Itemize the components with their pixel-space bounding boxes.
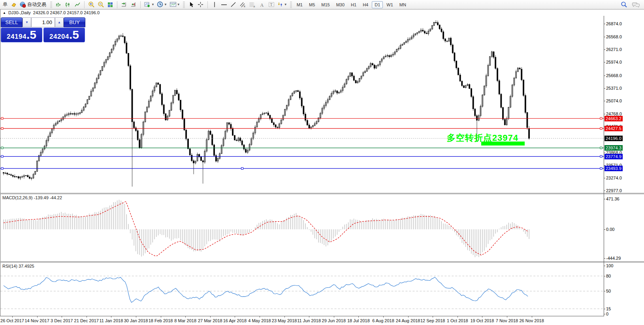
price-level-badge: 24663.2 <box>604 116 623 121</box>
toolbar-grip <box>183 2 185 8</box>
equidistant-channel-icon[interactable]: E <box>239 1 247 9</box>
chart-shift-icon[interactable] <box>129 1 138 9</box>
macd-histogram <box>4 200 529 257</box>
date-label: 12 Sep 2018 <box>420 318 445 323</box>
trendline-icon[interactable] <box>229 1 238 9</box>
date-tick <box>408 316 409 317</box>
autotrading-label: 自动交易 <box>26 1 47 8</box>
dropdown-arrow-icon: ▼ <box>164 3 167 6</box>
price-axis-label: 22977.0 <box>606 188 622 193</box>
text-label-icon[interactable]: T <box>267 1 276 9</box>
sell-price-button[interactable]: 24194 .5 <box>1 28 42 42</box>
date-label: 18 Feb 2018 <box>149 318 173 323</box>
tile-windows-icon[interactable] <box>106 1 115 9</box>
chart-window-titlebar[interactable]: ▲ DJ30-,Daily 24326.0 24367.0 24157.0 24… <box>0 9 644 16</box>
arrows-icon[interactable]: ▼ <box>277 1 288 9</box>
timeframe-bar: M1M5M15M30H1H4D1W1MN <box>294 1 409 8</box>
zoom-out-icon[interactable] <box>96 1 105 9</box>
new-order-icon[interactable] <box>9 1 18 9</box>
autotrading-button[interactable]: 自动交易 <box>19 1 48 9</box>
candlestick-series <box>3 20 529 187</box>
zoom-in-icon[interactable] <box>87 1 96 9</box>
search-icon[interactable] <box>620 1 628 9</box>
rsi-axis-label: 0 <box>606 312 608 316</box>
date-tick <box>235 316 235 317</box>
timeframe-button-d1[interactable]: D1 <box>372 1 383 8</box>
auto-scroll-icon[interactable] <box>120 1 128 9</box>
date-tick <box>334 316 334 317</box>
vertical-line-icon[interactable] <box>210 1 219 9</box>
fibonacci-icon[interactable]: F <box>248 1 257 9</box>
date-tick <box>87 316 87 317</box>
order-label[interactable]: 单 <box>2 1 9 8</box>
line-chart-icon[interactable] <box>73 1 82 9</box>
rsi-axis-tick <box>604 291 605 291</box>
one-click-trading-panel: SELL ▼ 1.00 ▲ BUY 24194 .5 24204 .5 <box>1 17 85 42</box>
dropdown-arrow-icon: ▼ <box>151 3 154 6</box>
date-tick <box>482 316 482 317</box>
volume-increase-button[interactable]: ▲ <box>55 17 64 27</box>
price-axis-tick <box>604 24 605 24</box>
crosshair-icon[interactable] <box>196 1 205 9</box>
timeframe-button-m5[interactable]: M5 <box>306 1 318 8</box>
price-axis-tick <box>604 191 605 191</box>
rsi-label: RSI(14) 37.4925 <box>2 264 34 268</box>
date-label: 14 Nov 2017 <box>24 318 49 323</box>
text-icon[interactable]: A <box>258 1 266 9</box>
timeframe-button-m1[interactable]: M1 <box>294 1 305 8</box>
timeframe-button-w1[interactable]: W1 <box>384 1 396 8</box>
date-tick <box>111 316 111 317</box>
toolbar-separator <box>84 1 85 8</box>
timeframe-button-h1[interactable]: H1 <box>348 1 359 8</box>
timeframe-button-m15[interactable]: M15 <box>318 1 332 8</box>
candlestick-icon[interactable] <box>64 1 72 9</box>
price-axis-label: 23274.0 <box>606 176 622 180</box>
collapse-icon[interactable]: ▲ <box>3 11 6 15</box>
rsi-line <box>4 277 528 302</box>
price-level-badge: 23774.9 <box>604 154 623 159</box>
macd-pane[interactable] <box>0 194 604 261</box>
price-axis-label: 25668.0 <box>606 73 622 78</box>
buy-price-button[interactable]: 24204 .5 <box>43 28 85 42</box>
date-tick <box>532 316 532 317</box>
bar-chart-icon[interactable] <box>54 1 63 9</box>
dropdown-arrow-icon: ▼ <box>284 3 287 6</box>
price-chart-pane[interactable] <box>0 16 604 193</box>
add-indicator-button[interactable]: ▼ <box>143 1 155 9</box>
price-axis-border[interactable] <box>604 16 604 316</box>
timeframe-button-m30[interactable]: M30 <box>333 1 347 8</box>
date-tick <box>507 316 507 317</box>
volume-decrease-button[interactable]: ▼ <box>23 17 31 27</box>
volume-input[interactable]: 1.00 <box>31 17 55 27</box>
timeframe-button-mn[interactable]: MN <box>397 1 409 8</box>
buy-button[interactable]: BUY <box>64 17 85 27</box>
horizontal-line-icon[interactable] <box>220 1 228 9</box>
sell-button[interactable]: SELL <box>1 17 23 27</box>
rsi-axis-label: 80 <box>606 274 611 278</box>
price-axis-tick <box>604 178 605 178</box>
price-axis-label: 26271.0 <box>606 47 622 52</box>
date-tick <box>284 316 285 317</box>
svg-text:T: T <box>270 2 272 7</box>
toolbar-separator <box>140 1 141 8</box>
date-label: 11 Jun 2018 <box>297 318 321 323</box>
date-tick <box>12 316 13 317</box>
date-tick <box>185 316 186 317</box>
date-tick <box>358 316 359 317</box>
date-label: 26 Oct 2017 <box>0 318 24 323</box>
date-label: 11 Jan 2018 <box>100 318 123 323</box>
time-axis-line <box>0 316 604 316</box>
timeframe-button-h4[interactable]: H4 <box>360 1 371 8</box>
chat-icon[interactable] <box>631 1 641 9</box>
chart-ohlc-values: 24326.0 24367.0 24157.0 24196.0 <box>33 10 100 15</box>
rsi-pane[interactable] <box>0 263 604 316</box>
template-button[interactable]: ▼ <box>169 1 181 9</box>
date-label: 18 Jul 2018 <box>347 318 370 323</box>
price-axis-tick <box>604 76 605 76</box>
cursor-icon[interactable] <box>187 1 196 9</box>
date-label: 16 Apr 2018 <box>223 318 247 323</box>
macd-axis-tick <box>604 258 605 259</box>
pivot-annotation-highlight <box>481 142 525 145</box>
period-selector-button[interactable]: ▼ <box>156 1 168 9</box>
svg-text:F: F <box>254 6 255 8</box>
